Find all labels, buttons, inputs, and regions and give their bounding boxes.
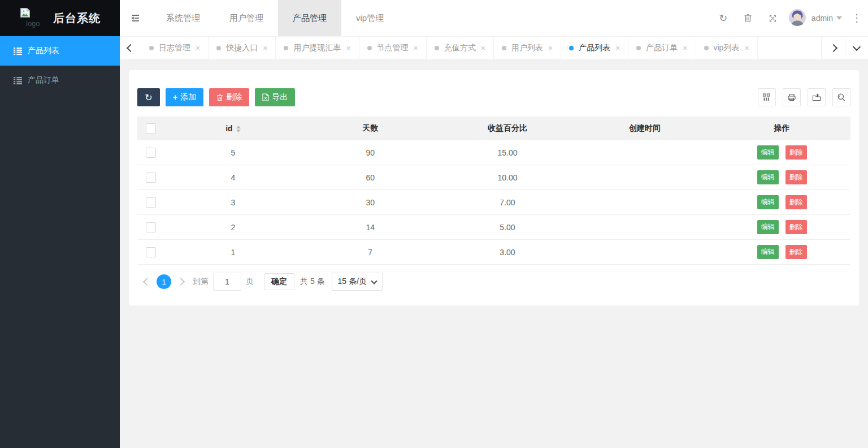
main-area: 系统管理 用户管理 产品管理 vip管理 ↻ <box>120 0 868 448</box>
cell-ops: 编辑 删除 <box>713 165 850 190</box>
close-icon[interactable]: × <box>548 44 553 53</box>
edit-button[interactable]: 编辑 <box>757 195 779 209</box>
delete-row-button[interactable]: 删除 <box>785 170 807 184</box>
cell-ops: 编辑 删除 <box>713 240 850 265</box>
close-icon[interactable]: × <box>196 44 200 53</box>
edit-button[interactable]: 编辑 <box>757 145 779 160</box>
delete-row-button[interactable]: 删除 <box>785 220 807 234</box>
add-button-label: 添加 <box>180 92 196 102</box>
tab-dot-icon <box>435 46 439 50</box>
tab-item[interactable]: 产品订单 × <box>628 37 696 59</box>
tab-menu-button[interactable] <box>845 37 868 59</box>
edit-button[interactable]: 编辑 <box>757 220 779 234</box>
tab-item[interactable]: 用户提现汇率 × <box>276 37 359 59</box>
columns-icon <box>762 93 771 102</box>
select-all-checkbox[interactable] <box>146 123 156 133</box>
edit-button[interactable]: 编辑 <box>757 170 779 184</box>
delete-row-button[interactable]: 删除 <box>785 195 807 209</box>
tab-scroll-right-button[interactable] <box>822 37 845 59</box>
table-toolbar: ↻ + 添加 删除 <box>137 88 850 106</box>
total-count-label: 共 5 条 <box>300 277 325 287</box>
close-icon[interactable]: × <box>683 44 687 53</box>
export-data-button[interactable] <box>808 88 826 106</box>
fullscreen-button[interactable] <box>761 0 785 36</box>
tab-item[interactable]: 快捷入口 × <box>209 37 276 59</box>
tab-item[interactable]: vip列表 × <box>696 37 758 59</box>
tab-dot-icon <box>704 46 709 50</box>
close-icon[interactable]: × <box>414 44 418 53</box>
add-button[interactable]: + 添加 <box>166 88 203 106</box>
cell-id: 4 <box>164 165 302 190</box>
delete-row-button[interactable]: 删除 <box>785 245 807 259</box>
chevron-down-icon <box>371 278 377 284</box>
clear-cache-button[interactable] <box>736 0 761 36</box>
more-menu-button[interactable]: ⋮ <box>845 12 868 24</box>
header-id[interactable]: id <box>164 117 302 140</box>
goto-prefix-label: 到第 <box>193 277 209 287</box>
cell-days: 7 <box>302 240 439 265</box>
delete-button[interactable]: 删除 <box>209 88 249 106</box>
prev-page-button[interactable] <box>140 274 154 289</box>
close-icon[interactable]: × <box>744 44 749 53</box>
tab-item-active[interactable]: 产品列表 × <box>561 37 628 59</box>
tab-item[interactable]: 用户列表 × <box>494 37 561 59</box>
chevron-left-icon <box>127 44 134 52</box>
refresh-table-button[interactable]: ↻ <box>137 88 160 106</box>
next-page-button[interactable] <box>173 274 188 289</box>
close-icon[interactable]: × <box>263 44 267 53</box>
collapse-icon <box>131 14 141 23</box>
confirm-button[interactable]: 确定 <box>264 273 294 290</box>
row-checkbox[interactable] <box>146 148 156 158</box>
header-label: id <box>225 124 232 133</box>
nav-item-product[interactable]: 产品管理 <box>278 0 341 36</box>
nav-item-system[interactable]: 系统管理 <box>151 0 215 36</box>
sidebar-item-label: 产品订单 <box>28 75 59 85</box>
toggle-columns-button[interactable] <box>758 88 776 106</box>
logo-alt-text: logo <box>26 19 40 28</box>
product-table: id 天数 收益百分比 创建时间 操作 5 90 <box>137 117 850 265</box>
page-number-button[interactable]: 1 <box>157 274 171 289</box>
cell-id: 2 <box>164 215 302 240</box>
tab-scroll-left-button[interactable] <box>120 37 141 59</box>
print-button[interactable] <box>783 88 801 106</box>
sidebar-collapse-button[interactable] <box>120 0 151 36</box>
page-size-select[interactable]: 15 条/页 <box>332 273 383 291</box>
row-checkbox[interactable] <box>146 197 156 208</box>
delete-row-button[interactable]: 删除 <box>785 145 807 160</box>
tab-dot-icon <box>149 46 154 50</box>
tab-item[interactable]: 节点管理 × <box>359 37 427 59</box>
header-label: 创建时间 <box>629 123 661 132</box>
user-menu[interactable]: admin <box>789 9 842 28</box>
cell-created <box>576 240 713 265</box>
tab-dot-icon <box>502 46 506 50</box>
search-icon <box>837 93 846 102</box>
chevron-right-icon <box>830 44 837 52</box>
close-icon[interactable]: × <box>481 44 485 53</box>
sidebar-item-product-list[interactable]: 产品列表 <box>0 36 120 66</box>
refresh-icon: ↻ <box>145 92 152 103</box>
close-icon[interactable]: × <box>615 44 620 53</box>
edit-button[interactable]: 编辑 <box>757 245 779 259</box>
refresh-button[interactable]: ↻ <box>711 0 736 36</box>
row-checkbox[interactable] <box>146 247 156 257</box>
tab-label: 充值方式 <box>444 43 476 53</box>
close-icon[interactable]: × <box>346 44 350 53</box>
search-button[interactable] <box>832 88 850 106</box>
nav-item-user[interactable]: 用户管理 <box>215 0 278 36</box>
row-checkbox[interactable] <box>146 222 156 232</box>
table-row: 1 7 3.00 编辑 删除 <box>137 240 850 265</box>
table-header-row: id 天数 收益百分比 创建时间 操作 <box>137 117 850 140</box>
tab-label: 日志管理 <box>159 43 190 53</box>
cell-days: 60 <box>302 165 439 190</box>
tab-item[interactable]: 日志管理 × <box>141 37 209 59</box>
chevron-down-icon <box>836 16 842 20</box>
pagination: 1 到第 页 确定 共 5 条 15 条/页 <box>137 273 850 291</box>
row-checkbox[interactable] <box>146 173 156 183</box>
sort-icon[interactable] <box>236 126 241 132</box>
product-list-card: ↻ + 添加 删除 <box>129 70 859 305</box>
export-button[interactable]: 导出 <box>255 88 295 106</box>
sidebar-item-product-orders[interactable]: 产品订单 <box>0 66 120 95</box>
nav-item-vip[interactable]: vip管理 <box>341 0 398 36</box>
tab-item[interactable]: 充值方式 × <box>427 37 494 59</box>
goto-page-input[interactable] <box>213 273 241 291</box>
